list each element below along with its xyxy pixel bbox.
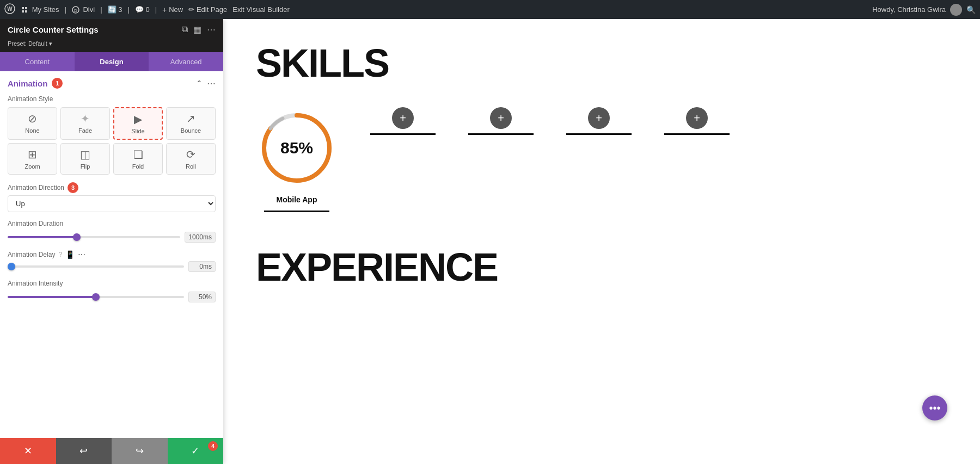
undo-button[interactable]: ↩	[56, 438, 112, 464]
add-circle-3[interactable]: +	[588, 107, 610, 129]
top-bar-sep: |	[64, 5, 66, 14]
tab-content[interactable]: Content	[0, 52, 75, 71]
delay-label: Animation Delay	[8, 251, 55, 258]
save-button[interactable]: ✓ 4	[168, 438, 224, 464]
zoom-icon: ⊞	[28, 148, 37, 161]
howdy-text: Howdy, Christina Gwira	[872, 5, 946, 14]
duration-slider-row: 1000ms	[8, 232, 216, 243]
counter-placeholder-3: +	[566, 107, 632, 135]
animation-style-label: Animation Style	[8, 95, 216, 103]
delay-label-row: Animation Delay ? 📱 ⋯	[8, 250, 216, 259]
delay-track	[8, 265, 184, 268]
cancel-button[interactable]: ✕	[0, 438, 56, 464]
new-button[interactable]: + New	[162, 5, 183, 14]
delay-more-icon[interactable]: ⋯	[78, 250, 85, 259]
circle-label: Mobile App	[277, 195, 317, 204]
fade-label: Fade	[78, 127, 92, 134]
direction-label: Animation Direction	[8, 184, 64, 191]
intensity-value: 50%	[188, 292, 216, 302]
animation-direction-group: Animation Direction 3 Up Down Left Right…	[8, 182, 216, 212]
circle-percent: 85%	[280, 139, 313, 157]
animation-intensity-group: Animation Intensity 50%	[8, 280, 216, 302]
svg-text:D: D	[74, 8, 77, 13]
placeholder-line-3	[566, 133, 632, 135]
top-bar: W My Sites | D Divi | 🔄 3 | 💬 0 | + New …	[0, 0, 980, 19]
sidebar-tabs: Content Design Advanced	[0, 52, 223, 71]
animation-style-grid: ⊘ None ✦ Fade ▶ Slide ↗ Bounce	[8, 107, 216, 175]
intensity-track	[8, 296, 184, 298]
fade-icon: ✦	[81, 112, 90, 125]
add-circle-1[interactable]: +	[392, 107, 414, 129]
sidebar-header-icons: ⧉ ▦ ⋯	[182, 24, 216, 35]
bounce-icon: ↗	[186, 112, 195, 125]
circle-line	[264, 211, 329, 212]
add-circle-2[interactable]: +	[490, 107, 512, 129]
placeholder-line-1	[370, 133, 436, 135]
experience-title: EXPERIENCE	[256, 245, 947, 289]
animation-section-title: Animation	[8, 79, 47, 88]
avatar[interactable]	[950, 4, 962, 16]
main-content: SKILLS 85% Mobile App +	[223, 19, 980, 464]
delay-phone-icon[interactable]: 📱	[65, 250, 75, 259]
sidebar-columns-icon[interactable]: ▦	[193, 24, 201, 35]
mysites-link[interactable]: My Sites	[21, 5, 59, 14]
duration-fill	[8, 236, 77, 238]
section-header-left: Animation 1	[8, 78, 63, 89]
style-fade[interactable]: ✦ Fade	[60, 107, 110, 140]
sidebar-resize-icon[interactable]: ⧉	[182, 24, 188, 35]
counter-placeholder-4: +	[664, 107, 730, 135]
sidebar-title: Circle Counter Settings	[8, 25, 99, 34]
circle-svg-wrap: 85%	[256, 107, 338, 189]
fold-icon: ❑	[133, 148, 143, 161]
sidebar: Circle Counter Settings ⧉ ▦ ⋯ Preset: De…	[0, 19, 223, 464]
intensity-thumb[interactable]	[92, 293, 100, 301]
save-badge: 4	[208, 441, 218, 451]
bubble-count[interactable]: 💬 0	[135, 5, 150, 14]
wp-logo-icon[interactable]: W	[4, 3, 15, 16]
delay-thumb[interactable]	[8, 263, 15, 270]
comment-count[interactable]: 🔄 3	[108, 5, 122, 14]
style-roll[interactable]: ⟳ Roll	[166, 143, 216, 175]
redo-button[interactable]: ↪	[112, 438, 168, 464]
zoom-label: Zoom	[24, 163, 40, 170]
top-bar-right: Howdy, Christina Gwira 🔍	[872, 4, 976, 16]
animation-duration-group: Animation Duration 1000ms	[8, 220, 216, 243]
flip-label: Flip	[81, 163, 90, 170]
add-circle-4[interactable]: +	[686, 107, 708, 129]
flip-icon: ◫	[80, 148, 90, 161]
preset-row: Preset: Default ▾	[0, 38, 223, 52]
duration-label: Animation Duration	[8, 220, 216, 227]
sidebar-more-icon[interactable]: ⋯	[207, 24, 216, 35]
style-zoom[interactable]: ⊞ Zoom	[8, 143, 57, 175]
bounce-label: Bounce	[181, 127, 201, 134]
style-fold[interactable]: ❑ Fold	[113, 143, 163, 175]
section-menu-icon[interactable]: ⋯	[207, 78, 216, 89]
none-icon: ⊘	[28, 112, 37, 125]
duration-thumb[interactable]	[73, 233, 81, 241]
tab-advanced[interactable]: Advanced	[149, 52, 223, 71]
search-icon[interactable]: 🔍	[966, 5, 976, 14]
edit-page-link[interactable]: ✏ Edit Page	[188, 5, 227, 14]
preset-label[interactable]: Preset: Default ▾	[8, 40, 52, 47]
counter-placeholder-1: +	[370, 107, 436, 135]
skills-title: SKILLS	[256, 41, 947, 85]
delay-help-icon[interactable]: ?	[58, 251, 62, 258]
circle-counter: 85% Mobile App	[256, 107, 338, 212]
tab-design[interactable]: Design	[75, 52, 149, 71]
collapse-icon[interactable]: ⌃	[196, 79, 203, 88]
top-bar-sep2: |	[100, 5, 102, 14]
svg-text:W: W	[7, 6, 13, 12]
divi-link[interactable]: D Divi	[72, 5, 95, 14]
direction-select[interactable]: Up Down Left Right Center	[8, 195, 216, 212]
style-bounce[interactable]: ↗ Bounce	[166, 107, 216, 140]
none-label: None	[25, 127, 39, 134]
exit-builder-link[interactable]: Exit Visual Builder	[232, 5, 290, 14]
top-bar-sep3: |	[127, 5, 129, 14]
delay-value: 0ms	[188, 261, 216, 272]
style-flip[interactable]: ◫ Flip	[60, 143, 110, 175]
animation-section-header: Animation 1 ⌃ ⋯	[8, 71, 216, 93]
floating-dots-button[interactable]: •••	[922, 395, 947, 420]
style-none[interactable]: ⊘ None	[8, 107, 57, 140]
duration-track	[8, 236, 180, 238]
style-slide[interactable]: ▶ Slide	[113, 107, 163, 140]
